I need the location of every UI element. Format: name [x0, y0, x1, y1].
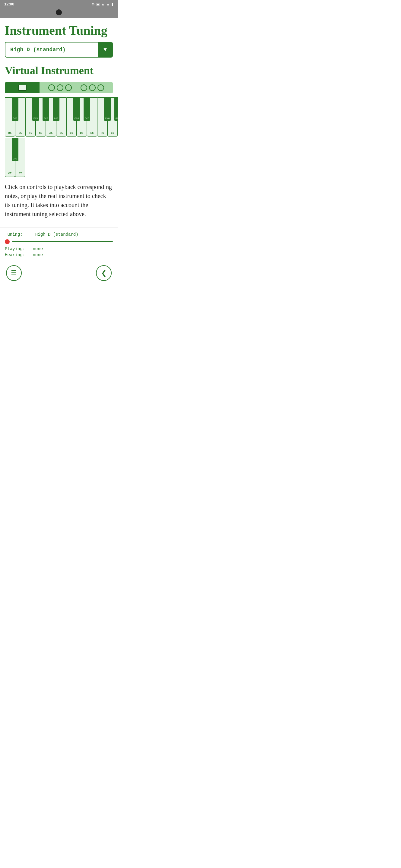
menu-icon: ☰	[11, 269, 17, 277]
black-key-A#5[interactable]: A#5	[53, 97, 59, 121]
black-key-G#6[interactable]: G#6	[114, 97, 118, 121]
black-key-D#6[interactable]: D#6	[84, 97, 90, 121]
chevron-down-icon: ▼	[104, 47, 107, 53]
back-button[interactable]: ❮	[96, 265, 112, 281]
tuning-dropdown-arrow[interactable]: ▼	[98, 42, 112, 57]
black-key-C#7[interactable]: C#7	[12, 138, 19, 161]
menu-button[interactable]: ☰	[6, 265, 22, 281]
tone-hole-6[interactable]	[97, 84, 104, 91]
hearing-value: none	[33, 253, 43, 257]
bottom-status: Tuning: High D (standard) Playing: none …	[0, 227, 118, 261]
sim-icon: ▣	[96, 2, 99, 6]
description-text: Click on controls to playback correspond…	[5, 182, 113, 218]
flute-body	[5, 81, 113, 94]
tuning-status-value: High D (standard)	[35, 232, 79, 237]
black-key-D#5[interactable]: D#5	[12, 97, 19, 121]
settings-icon: ⚙	[91, 2, 95, 6]
tuning-selected-label: High D (standard)	[5, 43, 98, 56]
status-icons: ⚙ ▣ ▲ ▲ ▮	[91, 2, 113, 6]
page-title: Instrument Tuning	[5, 23, 113, 38]
tone-holes-left	[48, 84, 72, 91]
black-key-F#6[interactable]: F#6	[104, 97, 111, 121]
piano-keyboard: D5D#5E5F5F#5G5G#5A5A#5B5C6C#6D6D#6E6F6F#…	[5, 97, 113, 177]
bottom-navigation: ☰ ❮	[0, 261, 118, 287]
flute-tube	[39, 82, 113, 93]
section-title: Virtual Instrument	[5, 64, 113, 77]
black-key-C#6[interactable]: C#6	[73, 97, 80, 121]
status-bar: 12:00 ⚙ ▣ ▲ ▲ ▮	[0, 0, 118, 8]
black-key-G#5[interactable]: G#5	[42, 97, 49, 121]
tone-hole-3[interactable]	[65, 84, 72, 91]
status-time: 12:00	[4, 2, 14, 6]
tuning-dropdown[interactable]: High D (standard) ▼	[5, 42, 113, 58]
back-icon: ❮	[101, 269, 107, 277]
status-progress-row	[5, 239, 113, 244]
flute-instrument	[5, 81, 113, 94]
tone-hole-5[interactable]	[89, 84, 96, 91]
battery-icon: ▮	[111, 2, 113, 6]
status-playing-line: Playing: none	[5, 247, 113, 251]
black-key-F#5[interactable]: F#5	[32, 97, 39, 121]
progress-bar	[12, 241, 113, 242]
playing-label: Playing:	[5, 247, 25, 251]
signal-icon: ▲	[106, 2, 110, 6]
status-tuning-line: Tuning: High D (standard)	[5, 232, 113, 237]
hearing-label: Hearing:	[5, 253, 25, 257]
flute-head	[5, 82, 39, 93]
tone-hole-1[interactable]	[48, 84, 55, 91]
playing-value: none	[33, 247, 43, 251]
piano-row2: C7C#7D7	[5, 138, 25, 177]
piano-row1: D5D#5E5F5F#5G5G#5A5A#5B5C6C#6D6D#6E6F6F#…	[5, 97, 118, 136]
flute-embouchure[interactable]	[18, 85, 27, 91]
status-hearing-line: Hearing: none	[5, 253, 113, 257]
wifi-icon: ▲	[101, 2, 105, 6]
tone-hole-4[interactable]	[81, 84, 87, 91]
main-content: Instrument Tuning High D (standard) ▼ Vi…	[0, 18, 118, 218]
tuning-label: Tuning:	[5, 232, 23, 237]
tone-holes-right	[81, 84, 104, 91]
status-dot	[5, 239, 10, 244]
tone-hole-2[interactable]	[57, 84, 63, 91]
